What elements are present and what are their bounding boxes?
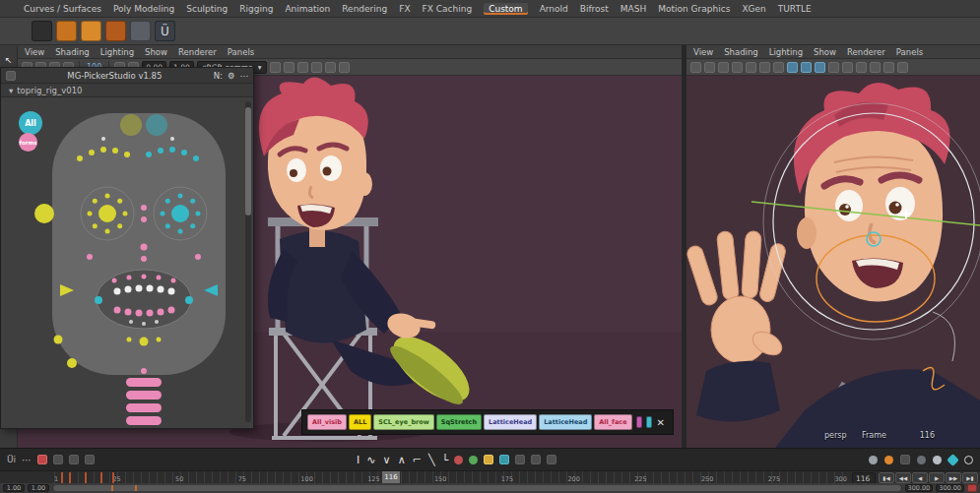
panel-menu-lighting[interactable]: Lighting (769, 47, 803, 57)
go-to-end-button[interactable]: ▶▮ (962, 472, 978, 483)
right-eye-controls[interactable] (154, 187, 207, 240)
picker-forms-button[interactable]: forms (19, 133, 37, 152)
animation-end-field[interactable]: 300.00 (936, 484, 964, 492)
set-breakdown-icon[interactable] (53, 455, 63, 464)
screen-space-ao-icon[interactable] (856, 62, 867, 73)
quick-select-all-visib[interactable]: All_visib (307, 414, 347, 430)
motion-blur-icon[interactable] (870, 62, 881, 73)
shaded-display-icon[interactable] (801, 62, 812, 73)
xray-icon[interactable] (325, 62, 336, 73)
shadows-icon[interactable] (842, 62, 853, 73)
cached-playback-icon[interactable] (947, 454, 959, 466)
panel-menu-panels[interactable]: Panels (228, 47, 254, 57)
bookmark-icon[interactable] (704, 62, 715, 73)
mouth-controls[interactable] (95, 270, 193, 329)
menu-fx-caching[interactable]: FX Caching (423, 4, 473, 14)
keyframe-color-green-icon[interactable] (469, 456, 478, 464)
panel-menu-view[interactable]: View (25, 47, 44, 57)
menu-mash[interactable]: MASH (621, 4, 646, 14)
range-slider[interactable] (52, 485, 902, 491)
menu-turtle[interactable]: TURTLE (778, 4, 812, 14)
panel-menu-lighting[interactable]: Lighting (100, 47, 134, 57)
picker-titlebar[interactable]: MG-PickerStudio v1.85 N: ⚙ ⋯ (1, 68, 253, 84)
panel-menu-show[interactable]: Show (145, 47, 167, 57)
range-slider-thumb[interactable] (53, 485, 901, 491)
selection-set-magenta-icon[interactable] (636, 416, 642, 428)
menu-bifrost[interactable]: Bifrost (580, 4, 609, 14)
isolate-icon[interactable] (339, 62, 350, 73)
safe-action-icon[interactable] (773, 62, 784, 73)
muted-layer-icon[interactable] (917, 456, 926, 464)
panel-menu-shading[interactable]: Shading (724, 47, 758, 57)
menu-fx[interactable]: FX (399, 4, 410, 14)
shelf-icon-sphere[interactable] (130, 21, 151, 41)
picker-scrollbar[interactable] (245, 101, 251, 422)
shelf-icon-character-2[interactable] (81, 21, 101, 41)
brow-master-right-control[interactable] (146, 114, 167, 136)
playback-end-field[interactable]: 300.00 (905, 484, 934, 492)
anim-snapshot-icon[interactable] (85, 455, 95, 464)
picker-all-button[interactable]: All (19, 111, 42, 135)
playback-start-field[interactable]: 1.00 (28, 484, 49, 492)
step-back-key-button[interactable]: ◀◀ (895, 472, 911, 483)
panel-menu-panels[interactable]: Panels (896, 47, 923, 57)
picker-canvas[interactable]: All forms (1, 97, 253, 428)
wireframe-on-shaded-icon[interactable] (787, 62, 798, 73)
time-slider[interactable]: 1 25 50 75 100 125 150 175 200 225 250 2… (0, 470, 980, 483)
menu-motion-graphics[interactable]: Motion Graphics (658, 4, 730, 14)
anim-layer-icon[interactable] (900, 455, 910, 464)
panel-menu-renderer[interactable]: Renderer (847, 47, 885, 57)
tangent-plateau-icon[interactable]: ╲ (428, 454, 435, 466)
neck-spine-controls[interactable] (126, 368, 162, 425)
more-options-icon[interactable]: ⋯ (240, 71, 249, 81)
menu-rendering[interactable]: Rendering (342, 4, 387, 14)
panel-menu-shading[interactable]: Shading (55, 47, 90, 57)
panel-menu-view[interactable]: View (693, 47, 713, 57)
shelf-icon-character-1[interactable] (56, 21, 77, 41)
wireframe-icon[interactable] (270, 62, 281, 73)
step-forward-key-button[interactable]: ▶▶ (946, 472, 961, 483)
quick-select-all-face[interactable]: All_face (594, 414, 631, 430)
play-forward-button[interactable]: ▶ (929, 472, 945, 483)
go-to-start-button[interactable]: ▮◀ (879, 472, 894, 483)
quick-select-sqstretch[interactable]: SqStretch (436, 414, 482, 430)
face-picker-controls[interactable] (1, 97, 253, 428)
tangent-clamped-icon[interactable]: └ (442, 454, 449, 466)
gear-icon[interactable]: ⚙ (228, 71, 235, 81)
quick-select-all[interactable]: ALL (349, 414, 371, 430)
auto-key-icon[interactable] (69, 455, 79, 464)
set-key-icon[interactable] (37, 455, 47, 464)
menu-poly-modeling[interactable]: Poly Modeling (113, 4, 174, 14)
menu-xgen[interactable]: XGen (742, 4, 765, 14)
face-viewport-canvas[interactable]: persp Frame 116 (686, 76, 980, 448)
quick-select-scl-eye-brow[interactable]: SCL_eye_brow (373, 414, 433, 430)
brow-master-left-control[interactable] (120, 114, 142, 136)
tangent-flat-icon[interactable]: ⌐ (413, 454, 422, 466)
shelf-icon-dark[interactable] (32, 21, 52, 41)
ear-left-control[interactable] (34, 204, 54, 223)
grid-icon[interactable] (718, 62, 729, 73)
picker-tab[interactable]: ▾ toprig_rig_v010 (1, 84, 253, 97)
panel-menu-renderer[interactable]: Renderer (178, 47, 217, 57)
graph-editor-icon[interactable] (484, 455, 493, 464)
textured-icon[interactable] (297, 62, 308, 73)
shelf-icon-u-tool[interactable]: Ü (155, 21, 175, 41)
left-eye-controls[interactable] (81, 187, 134, 240)
gate-mask-icon[interactable] (746, 62, 756, 73)
panel-menu-show[interactable]: Show (814, 47, 836, 57)
multisampling-icon[interactable] (883, 62, 894, 73)
quick-select-lattice-head-2[interactable]: LatticeHead (539, 414, 592, 430)
menu-animation[interactable]: Animation (285, 4, 330, 14)
menu-sculpting[interactable]: Sculpting (186, 4, 228, 14)
snap-magnet-value-icon[interactable] (547, 455, 556, 464)
depth-of-field-icon[interactable] (897, 62, 908, 73)
animation-start-field[interactable]: 1.00 (3, 484, 25, 492)
close-icon[interactable]: ✕ (654, 417, 668, 428)
tangent-spline-icon[interactable]: ∿ (366, 454, 375, 466)
picker-scrollbar-thumb[interactable] (245, 107, 251, 216)
field-chart-icon[interactable] (759, 62, 770, 73)
menu-arnold[interactable]: Arnold (540, 4, 568, 14)
shaded-icon[interactable] (284, 62, 294, 73)
loop-mode-icon[interactable] (884, 456, 893, 464)
lighting-icon[interactable] (311, 62, 322, 73)
